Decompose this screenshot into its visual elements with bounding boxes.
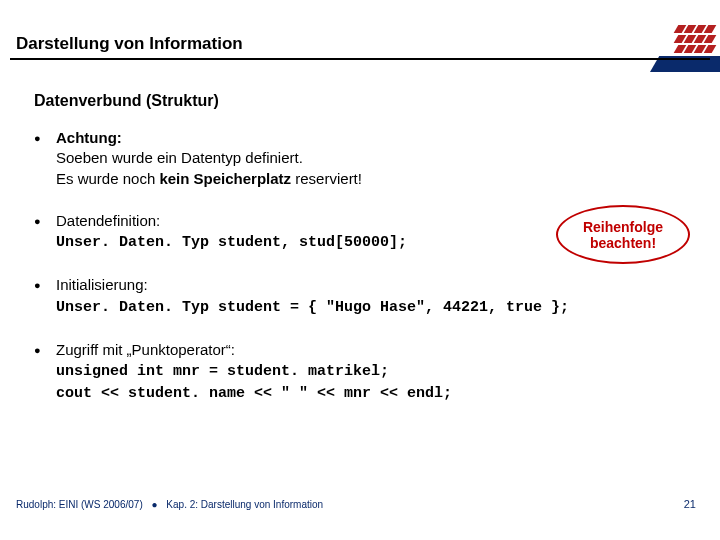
bullet-lead: Achtung:	[56, 129, 122, 146]
bullet-lead: Initialisierung:	[56, 276, 148, 293]
logo	[640, 22, 720, 72]
bullet-emph: kein Speicherplatz	[159, 170, 291, 187]
slide-subtitle: Datenverbund (Struktur)	[34, 92, 690, 110]
page-number: 21	[684, 498, 696, 510]
code-line: Unser. Daten. Typ student = { "Hugo Hase…	[56, 299, 569, 316]
bullet-lead: Zugriff mit „Punktoperator“:	[56, 341, 235, 358]
callout-oval: Reihenfolge beachten!	[556, 205, 690, 264]
bullet-text: Soeben wurde ein Datentyp definiert.	[56, 149, 303, 166]
code-line: cout << student. name << " " << mnr << e…	[56, 385, 452, 402]
list-item: Achtung: Soeben wurde ein Datentyp defin…	[34, 128, 690, 189]
slide-title: Darstellung von Information	[16, 34, 243, 54]
bullet-text: reserviert!	[291, 170, 362, 187]
bullet-lead: Datendefinition:	[56, 212, 160, 229]
bullet-text: Es wurde noch	[56, 170, 159, 187]
footer-separator: ●	[152, 499, 158, 510]
list-item: Initialisierung: Unser. Daten. Typ stude…	[34, 275, 690, 318]
bullet-list: Achtung: Soeben wurde ein Datentyp defin…	[34, 128, 690, 405]
list-item: Zugriff mit „Punktoperator“: unsigned in…	[34, 340, 690, 405]
footer-left: Rudolph: EINI (WS 2006/07)	[16, 499, 143, 510]
footer-right: Kap. 2: Darstellung von Information	[166, 499, 323, 510]
code-line: Unser. Daten. Typ student, stud[50000];	[56, 234, 407, 251]
code-line: unsigned int mnr = student. matrikel;	[56, 363, 389, 380]
callout-text: Reihenfolge beachten!	[558, 219, 688, 251]
header-rule	[10, 58, 710, 60]
footer: Rudolph: EINI (WS 2006/07) ● Kap. 2: Dar…	[16, 499, 323, 510]
